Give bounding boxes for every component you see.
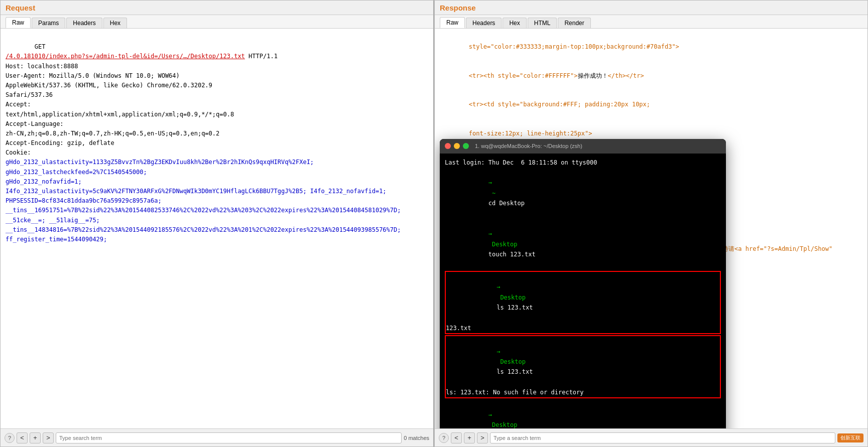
search-input-left[interactable]	[56, 432, 402, 443]
matches-label-left: 0 matches	[404, 435, 429, 441]
right-panel: Response Raw Headers Hex HTML Render sty…	[434, 0, 868, 447]
terminal-body: Last login: Thu Dec 6 18:11:58 on ttys00…	[440, 154, 726, 429]
terminal-dir-2: Desktop	[488, 241, 521, 248]
tab-hex-left[interactable]: Hex	[103, 18, 127, 28]
help-button-right[interactable]: ?	[439, 433, 449, 443]
right-tab-bar: Raw Headers Hex HTML Render	[435, 15, 867, 29]
next-button-right[interactable]: >	[477, 432, 488, 443]
terminal-dir-3: Desktop	[497, 294, 529, 301]
left-bottom-bar: ? < + > 0 matches	[1, 428, 433, 446]
right-content-area: style="color:#333333;margin-top:100px;ba…	[435, 29, 867, 428]
terminal-cmd-2: touch 123.txt	[488, 251, 536, 258]
tab-params-left[interactable]: Params	[32, 18, 65, 28]
terminal-dir-5: Desktop	[488, 421, 521, 428]
prev-button-left[interactable]: <	[17, 432, 28, 443]
terminal-arrow-1: →	[488, 179, 492, 186]
terminal-cmd-1: cd Desktop	[488, 200, 525, 207]
terminal-title: 1. wq@wqdeMacBook-Pro: ~/Desktop (zsh)	[475, 142, 582, 151]
terminal-maximize-btn[interactable]	[463, 143, 469, 149]
main-container: Request Raw Params Headers Hex GET /4.0.…	[0, 0, 868, 447]
request-version: HTTP/1.1 Host: localhost:8888 User-Agent…	[6, 53, 278, 156]
left-panel-title: Request	[6, 4, 35, 12]
right-bottom-bar: ? < + > 创新互联	[435, 428, 867, 446]
terminal-highlight-box-1: → Desktop ls 123.txt 123.txt	[445, 271, 721, 334]
tab-raw-left[interactable]: Raw	[6, 17, 31, 28]
request-method: GET	[35, 43, 46, 50]
left-panel-header: Request	[1, 1, 433, 15]
resp-text-2: 操作成功！	[578, 72, 608, 79]
terminal-arrow-5: →	[488, 411, 492, 418]
left-tab-bar: Raw Params Headers Hex	[1, 15, 433, 29]
right-panel-title: Response	[440, 4, 476, 12]
add-button-left[interactable]: +	[30, 432, 41, 443]
brand-button[interactable]: 创新互联	[837, 433, 863, 442]
search-input-right[interactable]	[490, 432, 835, 443]
help-button-left[interactable]: ?	[5, 433, 15, 443]
terminal-login: Last login: Thu Dec 6 18:11:58 on ttys00…	[445, 158, 721, 168]
terminal-output-1: 123.txt	[446, 323, 720, 333]
terminal-arrow-4: →	[497, 348, 500, 355]
add-button-right[interactable]: +	[464, 432, 475, 443]
terminal-cmd-3: ls 123.txt	[497, 304, 533, 311]
tab-render-right[interactable]: Render	[558, 18, 590, 28]
tab-raw-right[interactable]: Raw	[440, 17, 465, 28]
resp-line-1: style="color:#333333;margin-top:100px;ba…	[469, 43, 679, 50]
terminal-line-1: → ~ cd Desktop	[445, 168, 721, 219]
terminal-minimize-btn[interactable]	[454, 143, 460, 149]
terminal-cmd-4: ls 123.txt	[497, 368, 533, 375]
resp-line-2: <tr><th style="color:#FFFFFF">	[469, 72, 578, 79]
terminal-highlight-box-2: → Desktop ls 123.txt ls: 123.txt: No suc…	[445, 335, 721, 398]
terminal-arrow-2: →	[488, 230, 492, 237]
terminal-line-2: → Desktop touch 123.txt	[445, 219, 721, 270]
terminal-dir-4: Desktop	[497, 358, 529, 365]
left-content-area: GET /4.0.181010/index.php?s=/admin-tpl-d…	[1, 29, 433, 428]
tab-html-right[interactable]: HTML	[528, 18, 557, 28]
terminal-close-btn[interactable]	[445, 143, 451, 149]
tab-headers-left[interactable]: Headers	[66, 18, 102, 28]
terminal-line-4: → Desktop ls 123.txt	[446, 336, 720, 387]
terminal-titlebar: 1. wq@wqdeMacBook-Pro: ~/Desktop (zsh)	[440, 139, 726, 154]
terminal-arrow-3: →	[497, 283, 500, 290]
terminal-line-5: → Desktop █	[445, 399, 721, 428]
right-panel-header: Response	[435, 1, 867, 15]
tab-headers-right[interactable]: Headers	[466, 18, 502, 28]
terminal-output-2: ls: 123.txt: No such file or directory	[446, 387, 720, 397]
terminal-line-3: → Desktop ls 123.txt	[446, 272, 720, 323]
prev-button-right[interactable]: <	[451, 432, 462, 443]
request-url: /4.0.181010/index.php?s=/admin-tpl-del&i…	[6, 53, 245, 60]
tab-hex-right[interactable]: Hex	[503, 18, 526, 28]
request-text: GET /4.0.181010/index.php?s=/admin-tpl-d…	[6, 33, 428, 254]
resp-line-3: <tr><td style="background:#FFF; padding:…	[469, 101, 650, 108]
terminal-window: 1. wq@wqdeMacBook-Pro: ~/Desktop (zsh) L…	[440, 139, 726, 428]
resp-close-2: </th></tr>	[608, 72, 644, 79]
terminal-dir-1: ~	[488, 190, 500, 197]
cookie-text: gHdo_2132_ulastactivity=1133gZ5BvvzTn%2B…	[6, 159, 401, 243]
next-button-left[interactable]: >	[43, 432, 54, 443]
resp-line-4: font-size:12px; line-height:25px">	[469, 130, 592, 137]
left-panel: Request Raw Params Headers Hex GET /4.0.…	[0, 0, 434, 447]
